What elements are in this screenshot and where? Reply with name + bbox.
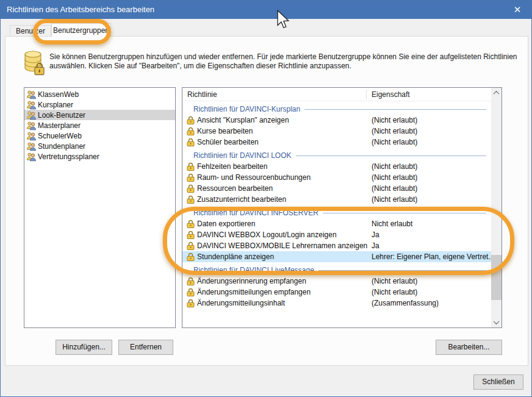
close-window-button[interactable]: ✕ [503,1,531,19]
close-icon: ✕ [514,4,522,15]
policy-row[interactable]: Schüler bearbeiten(Nicht erlaubt) [182,137,491,148]
policy-name: DAVINCI WEBBOX Logout/Login anzeigen [197,229,337,240]
group-name: Vertretungssplaner [38,152,99,161]
user-group-icon [26,100,37,110]
policy-value: Lehrer: Eigener Plan, eigene Vertret... [372,251,491,262]
lock-icon [187,277,195,285]
group-list-item[interactable]: Kursplaner [24,99,175,110]
lock-icon [187,220,195,228]
policy-section-header: Richtlinien für DAVINCI-Kursplan [182,104,491,115]
policy-row[interactable]: Raum- und Ressourcenbuchungen(Nicht erla… [182,172,491,183]
user-group-icon [26,152,37,162]
user-group-icon [26,121,37,131]
intro-text: Sie können Benutzergruppen hinzufügen un… [49,52,525,71]
policy-value: (Nicht erlaubt) [372,161,417,172]
policy-row[interactable]: DAVINCI WEBBOX Logout/Login anzeigenJa [182,229,491,240]
edit-button[interactable]: Bearbeiten... [436,340,502,355]
policy-row[interactable]: Änderungserinnerung empfangen(Nicht erla… [182,276,491,287]
group-name: KlassenWeb [38,90,79,99]
policy-name: Änderungsmitteilungsinhalt [197,298,285,309]
policy-value: (Nicht erlaubt) [372,194,417,205]
policy-row[interactable]: Änderungsmitteilungen empfangen(Nicht er… [182,287,491,298]
user-group-icon [26,90,37,99]
add-button[interactable]: Hinzufügen... [56,340,112,355]
policy-section-title: Richtlinien für DAVINCI-Kursplan [193,105,300,113]
policy-table-header[interactable]: Richtlinie Eigenschaft [182,88,491,101]
policy-name: Änderungsmitteilungen empfangen [197,287,311,298]
scroll-thumb[interactable] [491,255,501,300]
lock-icon [187,252,195,261]
column-header-eigenschaft[interactable]: Eigenschaft [372,88,410,101]
group-name: Masterplaner [38,121,81,130]
policy-table[interactable]: Richtlinie Eigenschaft Richtlinien für D… [182,88,491,327]
policy-name: Zusatzunterricht bearbeiten [197,194,286,205]
group-name: Kursplaner [38,101,73,109]
policy-value: (Zusammenfassung) [372,298,439,309]
policy-value: (Nicht erlaubt) [372,276,417,287]
tab-benutzer[interactable]: Benutzer [10,25,51,37]
policy-panel: Richtlinie Eigenschaft Richtlinien für D… [182,87,502,328]
database-lock-icon [23,49,45,76]
section-divider-line [318,270,486,271]
scrollbar[interactable] [491,88,501,327]
policy-row[interactable]: DAVINCI WEBBOX/MOBILE Lehrernamen anzeig… [182,240,491,251]
lock-icon [187,127,195,135]
policy-name: Kurse bearbeiten [197,126,253,137]
policy-section-title: Richtlinien für DAVINCI INFOSERVER [193,209,318,217]
policy-row[interactable]: Zusatzunterricht bearbeiten(Nicht erlaub… [182,194,491,205]
policy-row[interactable]: Ansicht "Kursplan" anzeigen(Nicht erlaub… [182,115,491,126]
group-name: Look-Benutzer [38,111,85,120]
remove-button[interactable]: Entfernen [118,340,173,355]
scroll-up-button[interactable] [491,88,501,98]
dialog-window: Richtlinien des Arbeitsbereichs bearbeit… [0,0,532,397]
titlebar[interactable]: Richtlinien des Arbeitsbereichs bearbeit… [1,1,531,19]
policy-name: Ansicht "Kursplan" anzeigen [197,115,289,126]
policy-name: Fehlzeiten bearbeiten [197,161,267,172]
column-header-richtlinie[interactable]: Richtlinie [187,88,217,101]
policy-name: Ressourcen bearbeiten [197,183,273,194]
scroll-down-button[interactable] [491,317,501,327]
close-dialog-button[interactable]: Schließen [473,374,523,390]
policy-row[interactable]: Daten exportierenNicht erlaubt [182,218,491,229]
policy-value: Ja [372,240,379,251]
user-group-list[interactable]: KlassenWebKursplanerLook-BenutzerMasterp… [24,87,176,328]
lock-icon [187,184,195,193]
lock-icon [187,116,195,124]
group-list-item[interactable]: Vertretungssplaner [24,151,175,162]
lock-icon [187,173,195,182]
lock-icon [187,231,195,239]
group-list-item[interactable]: SchuelerWeb [24,131,175,141]
group-list-item[interactable]: Masterplaner [24,120,175,131]
policy-section-header: Richtlinien für DAVINCI LOOK [182,150,491,161]
lock-icon [187,299,195,307]
user-group-icon [26,110,37,120]
policy-name: Stundenpläne anzeigen [197,251,274,262]
section-divider-line [304,109,486,110]
lock-icon [187,241,195,250]
policy-row[interactable]: Stundenpläne anzeigenLehrer: Eigener Pla… [182,251,491,262]
policy-name: Raum- und Ressourcenbuchungen [197,172,311,183]
policy-name: DAVINCI WEBBOX/MOBILE Lehrernamen anzeig… [197,240,367,251]
user-group-icon [26,141,37,151]
policy-value: (Nicht erlaubt) [372,172,417,183]
policy-section-title: Richtlinien für DAVINCI LiveMessage [193,266,314,274]
group-list-item[interactable]: KlassenWeb [24,89,175,99]
policy-name: Schüler bearbeiten [197,137,259,148]
policy-name: Änderungserinnerung empfangen [197,276,306,287]
group-list-item[interactable]: Stundenplaner [24,141,175,151]
policy-section-title: Richtlinien für DAVINCI LOOK [193,151,292,160]
policy-row[interactable]: Ressourcen bearbeiten(Nicht erlaubt) [182,183,491,194]
policy-section-header: Richtlinien für DAVINCI INFOSERVER [182,207,491,218]
column-divider[interactable] [366,90,367,99]
lock-icon [187,162,195,171]
policy-row[interactable]: Kurse bearbeiten(Nicht erlaubt) [182,126,491,137]
group-list-item[interactable]: Look-Benutzer [24,110,175,120]
section-divider-line [296,156,487,156]
policy-value: (Nicht erlaubt) [372,115,417,126]
policy-row[interactable]: Änderungsmitteilungsinhalt(Zusammenfassu… [182,298,491,309]
group-name: SchuelerWeb [38,132,82,140]
lock-icon [187,138,195,146]
policy-row[interactable]: Fehlzeiten bearbeiten(Nicht erlaubt) [182,161,491,172]
policy-value: (Nicht erlaubt) [372,137,417,148]
tab-benutzergruppen[interactable]: Benutzergruppen [51,23,111,37]
